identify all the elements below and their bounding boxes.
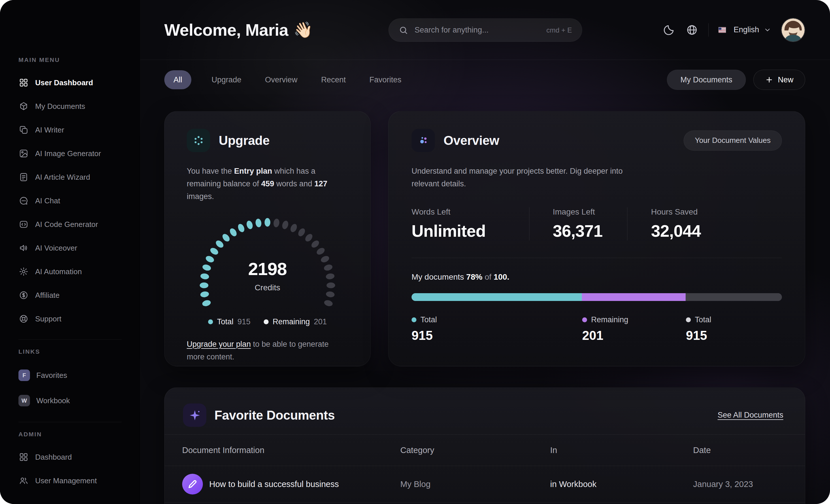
sidebar-item-ai-chat[interactable]: AI Chat <box>19 189 122 212</box>
sidebar-item-workbook[interactable]: W Workbook <box>19 388 122 413</box>
flag-icon <box>719 26 729 33</box>
legend-dot <box>686 317 691 322</box>
credits-value: 2198 <box>187 259 348 279</box>
legend-total: Total 915 <box>412 315 582 343</box>
column-date: Date <box>693 445 783 455</box>
plus-icon <box>765 76 773 84</box>
favorites-badge: F <box>19 370 30 381</box>
document-category: My Blog <box>400 479 550 489</box>
document-cell: How to build a successful business <box>182 474 400 495</box>
see-all-documents-link[interactable]: See All Documents <box>717 411 783 419</box>
overview-card: Overview Your Document Values Understand… <box>388 111 805 366</box>
document-values-button[interactable]: Your Document Values <box>683 131 782 150</box>
favorite-documents-card: Favorite Documents See All Documents Doc… <box>164 388 805 504</box>
sidebar-item-label: Affiliate <box>35 291 60 300</box>
legend-remaining: Remaining 201 <box>582 315 686 343</box>
sidebar-item-ai-article-wizard[interactable]: AI Article Wizard <box>19 165 122 189</box>
overview-card-header: Overview Your Document Values <box>412 129 782 152</box>
moon-icon <box>663 24 675 36</box>
gauge-center: 2198 Credits <box>187 259 348 292</box>
greeting-text: Welcome, Maria <box>164 20 288 39</box>
upgrade-card-body: You have the Entry plan which has a rema… <box>187 165 348 203</box>
sidebar-item-favorites[interactable]: F Favorites <box>19 363 122 388</box>
main-area: Welcome, Maria 👋🏻 cmd + E <box>140 0 830 504</box>
filter-tabs: All Upgrade Overview Recent Favorites <box>164 70 405 89</box>
voiceover-icon <box>19 243 29 253</box>
spinner-dots-icon <box>192 134 205 147</box>
sidebar-item-label: AI Image Generator <box>35 149 101 158</box>
sidebar-item-label: AI Chat <box>35 196 60 205</box>
language-selector[interactable]: English <box>719 25 771 34</box>
app-window: MAIN MENU User Dashboard My Documents AI… <box>0 0 830 504</box>
language-label: English <box>733 25 759 34</box>
users-icon <box>19 475 29 486</box>
search-bar[interactable]: cmd + E <box>388 19 582 42</box>
sidebar-item-label: Support <box>35 314 61 324</box>
table-row[interactable]: How to build a successful business My Bl… <box>165 466 805 503</box>
box-icon <box>19 101 29 111</box>
pen-icon <box>182 474 203 495</box>
favorites-card-header: Favorite Documents See All Documents <box>183 403 783 427</box>
tab-favorites[interactable]: Favorites <box>366 75 405 85</box>
my-documents-button[interactable]: My Documents <box>667 70 746 90</box>
new-button[interactable]: New <box>753 70 805 90</box>
new-button-label: New <box>778 75 793 85</box>
search-input[interactable] <box>415 26 540 35</box>
globe-button[interactable] <box>685 23 699 37</box>
upgrade-legend: Total 915 Remaining 201 <box>187 317 348 326</box>
legend-dot <box>412 317 416 322</box>
sidebar-section-links: LINKS <box>19 348 122 355</box>
sidebar-divider <box>19 339 122 340</box>
sidebar-item-ai-writer[interactable]: AI Writer <box>19 118 122 142</box>
upgrade-link-block: Upgrade your plan to be able to generate… <box>187 338 348 363</box>
content-area: All Upgrade Overview Recent Favorites My… <box>140 60 830 504</box>
sidebar-item-ai-automation[interactable]: AI Automation <box>19 260 122 283</box>
upgrade-tile <box>187 129 210 152</box>
tab-recent[interactable]: Recent <box>318 75 349 85</box>
gear-icon <box>19 266 29 277</box>
lifebuoy-icon <box>19 314 29 324</box>
tab-upgrade[interactable]: Upgrade <box>208 75 245 85</box>
chat-icon <box>19 196 29 206</box>
dark-mode-toggle[interactable] <box>662 23 675 37</box>
legend-remaining: Remaining 201 <box>264 317 327 326</box>
sidebar-item-ai-voiceover[interactable]: AI Voiceover <box>19 236 122 260</box>
grid-icon <box>19 452 29 462</box>
sidebar-item-my-documents[interactable]: My Documents <box>19 95 122 118</box>
sidebar-item-label: My Documents <box>35 102 85 111</box>
favorites-tile <box>183 403 206 427</box>
dollar-icon <box>19 290 29 300</box>
sidebar-item-affiliate[interactable]: Affiliate <box>19 283 122 307</box>
page-greeting: Welcome, Maria 👋🏻 <box>164 20 313 39</box>
legend-total-2: Total 915 <box>686 315 711 343</box>
sidebar-item-label: Dashboard <box>35 453 72 462</box>
upgrade-plan-link[interactable]: Upgrade your plan <box>187 340 251 348</box>
tab-all[interactable]: All <box>164 70 191 89</box>
copy-icon <box>19 125 29 135</box>
sidebar: MAIN MENU User Dashboard My Documents AI… <box>0 0 140 504</box>
sidebar-item-support[interactable]: Support <box>19 307 122 331</box>
legend-dot <box>264 320 268 324</box>
sidebar-item-user-dashboard[interactable]: User Dashboard <box>19 71 122 95</box>
toolbar-buttons: My Documents New <box>667 70 805 90</box>
sidebar-item-ai-code-generator[interactable]: AI Code Generator <box>19 212 122 236</box>
sidebar-item-label: AI Code Generator <box>35 220 98 229</box>
chevron-down-icon <box>764 26 771 34</box>
tab-overview[interactable]: Overview <box>262 75 301 85</box>
overview-legend: Total 915 Remaining 201 Total 915 <box>412 315 782 343</box>
documents-table-header: Document Information Category In Date <box>165 434 805 466</box>
sidebar-item-admin-dashboard[interactable]: Dashboard <box>19 445 122 469</box>
sidebar-item-label: AI Article Wizard <box>35 173 90 182</box>
sidebar-divider <box>19 422 122 422</box>
stat-images-left: Images Left 36,371 <box>529 207 627 240</box>
credits-gauge: 2198 Credits <box>187 205 348 312</box>
sidebar-item-label: Workbook <box>36 396 70 405</box>
avatar[interactable] <box>781 18 805 42</box>
column-document-information: Document Information <box>182 445 400 455</box>
sidebar-item-user-management[interactable]: User Management <box>19 469 122 493</box>
sidebar-item-label: AI Writer <box>35 126 64 134</box>
upgrade-card-header: Upgrade <box>187 129 348 152</box>
sidebar-item-ai-image-generator[interactable]: AI Image Generator <box>19 142 122 165</box>
sidebar-item-label: Favorites <box>36 371 67 380</box>
upgrade-card-title: Upgrade <box>219 133 269 148</box>
